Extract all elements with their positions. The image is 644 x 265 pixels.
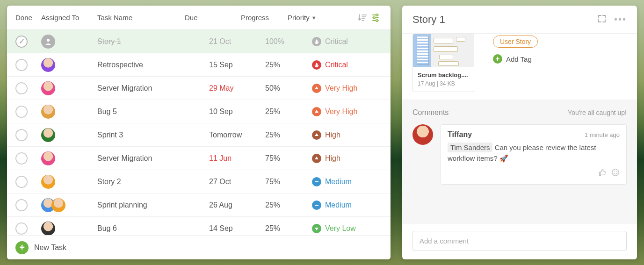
add-tag[interactable]: + Add Tag [493, 54, 538, 64]
new-task-label[interactable]: New Task [34, 244, 66, 252]
task-due[interactable]: 27 Oct [209, 178, 265, 186]
task-due[interactable]: 29 May [209, 84, 265, 93]
more-icon[interactable]: ••• [614, 14, 627, 25]
col-header-priority[interactable]: Priority ▼ [288, 14, 358, 21]
task-row[interactable]: Sprint 3Tomorrow25%High [7, 123, 391, 147]
assignee-avatars[interactable] [41, 175, 97, 189]
avatar[interactable] [41, 128, 55, 142]
comment-author[interactable]: Tiffany [448, 130, 472, 139]
task-name[interactable]: Sprint 3 [97, 131, 209, 139]
task-row[interactable]: Bug 510 Sep25%Very High [7, 100, 391, 123]
task-due[interactable]: 15 Sep [209, 61, 265, 69]
task-priority[interactable]: Medium [312, 201, 382, 210]
comment-item: Tiffany 1 minute ago Tim Sanders Can you… [412, 124, 627, 185]
assignee-avatars[interactable] [41, 198, 97, 212]
avatar[interactable] [41, 105, 55, 119]
svg-rect-4 [315, 181, 318, 182]
task-due[interactable]: 11 Jun [209, 154, 265, 163]
task-priority[interactable]: Very High [312, 107, 382, 116]
attachment-name: Scrum backlog.... [413, 67, 474, 80]
attachment-card[interactable]: Scrum backlog.... 17 Aug | 34 KB [412, 34, 474, 92]
task-due[interactable]: 26 Aug [209, 201, 265, 209]
filter-icon[interactable] [372, 13, 382, 22]
task-row[interactable]: Sprint planning26 Aug25%Medium [7, 193, 391, 217]
task-name[interactable]: Server Migration [97, 84, 209, 93]
mention[interactable]: Tim Sanders [448, 143, 492, 152]
task-row[interactable]: Bug 614 Sep25%Very Low [7, 217, 391, 235]
col-header-done[interactable]: Done [15, 14, 41, 21]
avatar[interactable] [41, 58, 55, 72]
comment-input[interactable]: Add a comment [412, 231, 627, 251]
task-name[interactable]: Story 2 [97, 178, 209, 186]
avatar[interactable] [41, 222, 55, 236]
svg-point-8 [616, 171, 617, 172]
task-row[interactable]: Server Migration29 May50%Very High [7, 77, 391, 100]
task-row[interactable]: Server Migration11 Jun75%High [7, 147, 391, 170]
task-name[interactable]: Bug 5 [97, 107, 209, 116]
done-checkbox[interactable] [15, 59, 28, 71]
tag-user-story[interactable]: User Story [493, 36, 538, 48]
svg-point-7 [614, 171, 615, 172]
assignee-avatars[interactable] [41, 35, 97, 49]
avatar[interactable] [41, 81, 55, 95]
avatar[interactable] [41, 35, 55, 49]
detail-body: Scrum backlog.... 17 Aug | 34 KB User St… [402, 34, 637, 100]
task-name[interactable]: Sprint planning [97, 201, 209, 209]
task-row[interactable]: Story 121 Oct100%Critical [7, 30, 391, 53]
task-priority[interactable]: Medium [312, 177, 382, 186]
task-priority[interactable]: High [312, 154, 382, 163]
done-checkbox[interactable] [15, 129, 28, 141]
task-priority[interactable]: Very Low [312, 224, 382, 233]
done-checkbox[interactable] [15, 82, 28, 94]
thumbs-up-icon[interactable] [598, 168, 607, 179]
emoji-icon[interactable] [611, 168, 620, 179]
plus-icon: + [493, 54, 502, 64]
task-name[interactable]: Bug 6 [97, 224, 209, 233]
assignee-avatars[interactable] [41, 128, 97, 142]
sort-icon[interactable] [358, 13, 367, 22]
detail-title: Story 1 [412, 14, 445, 26]
task-priority[interactable]: High [312, 130, 382, 140]
col-header-due[interactable]: Due [185, 14, 241, 21]
col-header-progress[interactable]: Progress [241, 14, 288, 21]
task-priority[interactable]: Very High [312, 84, 382, 93]
priority-label: Very Low [325, 224, 356, 233]
add-task-button[interactable]: + [15, 241, 29, 254]
done-checkbox[interactable] [15, 222, 28, 235]
expand-icon[interactable] [597, 14, 607, 25]
assignee-avatars[interactable] [41, 81, 97, 95]
assignee-avatars[interactable] [41, 58, 97, 72]
task-priority[interactable]: Critical [312, 37, 382, 46]
assignee-avatars[interactable] [41, 151, 97, 165]
done-checkbox[interactable] [15, 199, 28, 211]
task-due[interactable]: Tomorrow [209, 131, 265, 139]
attachment-meta: 17 Aug | 34 KB [413, 80, 474, 92]
col-header-assigned[interactable]: Assigned To [41, 14, 97, 21]
task-due[interactable]: 14 Sep [209, 224, 265, 233]
avatar[interactable] [41, 175, 55, 189]
priority-label: Critical [325, 61, 348, 69]
caught-up-text: You're all caught up! [568, 109, 627, 116]
done-checkbox[interactable] [15, 176, 28, 188]
priority-label: Medium [325, 178, 352, 186]
task-row[interactable]: Story 227 Oct75%Medium [7, 170, 391, 193]
done-checkbox[interactable] [15, 152, 28, 165]
task-due[interactable]: 21 Oct [209, 37, 265, 46]
task-due[interactable]: 10 Sep [209, 107, 265, 116]
task-row[interactable]: Retrospective15 Sep25%Critical [7, 53, 391, 77]
col-header-name[interactable]: Task Name [97, 14, 185, 21]
svg-point-1 [373, 16, 375, 18]
task-progress: 50% [265, 84, 312, 93]
avatar[interactable] [51, 198, 65, 212]
done-checkbox[interactable] [15, 106, 28, 118]
task-name[interactable]: Retrospective [97, 61, 209, 69]
task-priority[interactable]: Critical [312, 60, 382, 70]
assignee-avatars[interactable] [41, 222, 97, 236]
priority-label: Medium [325, 201, 352, 209]
avatar[interactable] [41, 151, 55, 165]
avatar[interactable] [412, 124, 433, 145]
task-name[interactable]: Server Migration [97, 154, 209, 163]
done-checkbox[interactable] [15, 36, 28, 48]
assignee-avatars[interactable] [41, 105, 97, 119]
task-name[interactable]: Story 1 [97, 37, 209, 46]
